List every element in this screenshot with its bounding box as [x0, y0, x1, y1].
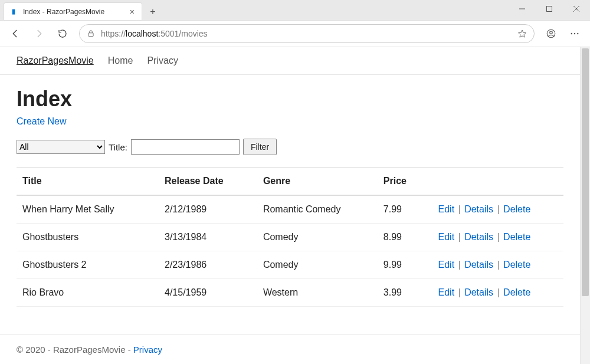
- table-row: Rio Bravo4/15/1959Western3.99Edit | Deta…: [17, 279, 563, 307]
- svg-rect-4: [88, 33, 93, 37]
- cell-price: 3.99: [378, 279, 432, 307]
- cell-actions: Edit | Details | Delete: [432, 195, 564, 224]
- browser-titlebar: ▮ Index - RazorPagesMovie × +: [0, 0, 590, 20]
- cell-title: Ghostbusters 2: [17, 251, 159, 279]
- table-row: Ghostbusters 22/23/1986Comedy9.99Edit | …: [17, 251, 563, 279]
- col-title: Title: [17, 168, 159, 196]
- cell-title: Ghostbusters: [17, 224, 159, 251]
- cell-date: 4/15/1959: [159, 279, 257, 307]
- profile-button[interactable]: [540, 23, 562, 44]
- window-controls: [509, 0, 590, 18]
- url-text: https://localhost:5001/movies: [101, 29, 512, 38]
- create-new-link[interactable]: Create New: [17, 116, 66, 127]
- table-header-row: Title Release Date Genre Price: [17, 168, 563, 196]
- refresh-button[interactable]: [52, 23, 73, 44]
- menu-button[interactable]: [564, 23, 585, 44]
- cell-price: 9.99: [378, 251, 432, 279]
- title-label: Title:: [109, 142, 127, 152]
- site-footer: © 2020 - RazorPagesMovie - Privacy: [0, 335, 580, 364]
- svg-point-9: [577, 33, 578, 34]
- cell-actions: Edit | Details | Delete: [432, 224, 564, 251]
- cell-genre: Romantic Comedy: [257, 195, 378, 224]
- cell-genre: Comedy: [257, 251, 378, 279]
- edit-link[interactable]: Edit: [438, 204, 455, 214]
- forward-button[interactable]: [28, 23, 50, 44]
- col-genre: Genre: [257, 168, 378, 196]
- table-row: When Harry Met Sally2/12/1989Romantic Co…: [17, 195, 563, 224]
- col-actions: [432, 168, 564, 196]
- close-window-button[interactable]: [563, 0, 590, 18]
- cell-date: 2/12/1989: [159, 195, 257, 224]
- details-link[interactable]: Details: [464, 204, 493, 214]
- brand-link[interactable]: RazorPagesMovie: [17, 55, 94, 66]
- close-tab-button[interactable]: ×: [129, 6, 136, 17]
- cell-price: 8.99: [378, 224, 432, 251]
- cell-price: 7.99: [378, 195, 432, 224]
- svg-point-6: [550, 31, 553, 34]
- footer-privacy-link[interactable]: Privacy: [133, 345, 162, 355]
- col-date: Release Date: [159, 168, 257, 196]
- movies-table: Title Release Date Genre Price When Harr…: [17, 167, 563, 307]
- cell-actions: Edit | Details | Delete: [432, 279, 564, 307]
- cell-date: 3/13/1984: [159, 224, 257, 251]
- cell-date: 2/23/1986: [159, 251, 257, 279]
- viewport: RazorPagesMovie Home Privacy Index Creat…: [0, 47, 590, 364]
- cell-genre: Comedy: [257, 224, 378, 251]
- filter-button[interactable]: Filter: [243, 139, 277, 155]
- favorite-icon[interactable]: [517, 29, 527, 38]
- nav-home[interactable]: Home: [108, 55, 133, 66]
- details-link[interactable]: Details: [464, 260, 493, 270]
- delete-link[interactable]: Delete: [503, 232, 530, 242]
- delete-link[interactable]: Delete: [503, 287, 530, 297]
- scrollbar-thumb[interactable]: [582, 48, 589, 296]
- page: RazorPagesMovie Home Privacy Index Creat…: [0, 47, 580, 364]
- tab-title: Index - RazorPagesMovie: [23, 8, 124, 16]
- new-tab-button[interactable]: +: [145, 4, 161, 20]
- edit-link[interactable]: Edit: [438, 260, 455, 270]
- browser-chrome: ▮ Index - RazorPagesMovie × +: [0, 0, 590, 47]
- details-link[interactable]: Details: [464, 232, 493, 242]
- vertical-scrollbar[interactable]: [580, 47, 590, 364]
- cell-title: Rio Bravo: [17, 279, 159, 307]
- svg-rect-1: [547, 6, 552, 12]
- site-header: RazorPagesMovie Home Privacy: [0, 47, 580, 75]
- table-row: Ghostbusters3/13/1984Comedy8.99Edit | De…: [17, 224, 563, 251]
- cell-genre: Western: [257, 279, 378, 307]
- lock-icon: [87, 29, 95, 38]
- col-price: Price: [378, 168, 432, 196]
- maximize-button[interactable]: [536, 0, 563, 18]
- nav-privacy[interactable]: Privacy: [147, 55, 178, 66]
- browser-tab[interactable]: ▮ Index - RazorPagesMovie ×: [4, 2, 142, 20]
- edit-link[interactable]: Edit: [438, 287, 455, 297]
- minimize-button[interactable]: [509, 0, 536, 18]
- delete-link[interactable]: Delete: [503, 260, 530, 270]
- svg-point-8: [574, 33, 575, 34]
- back-button[interactable]: [5, 23, 26, 44]
- edit-link[interactable]: Edit: [438, 232, 455, 242]
- favicon: ▮: [9, 7, 18, 17]
- page-title: Index: [17, 87, 563, 112]
- filter-form: All Title: Filter: [17, 139, 563, 155]
- delete-link[interactable]: Delete: [503, 204, 530, 214]
- svg-point-7: [571, 33, 572, 34]
- cell-title: When Harry Met Sally: [17, 195, 159, 224]
- details-link[interactable]: Details: [464, 287, 493, 297]
- browser-toolbar: https://localhost:5001/movies: [0, 20, 590, 47]
- title-search-input[interactable]: [131, 139, 240, 155]
- main-content: Index Create New All Title: Filter Title…: [0, 75, 580, 335]
- genre-select[interactable]: All: [17, 140, 105, 154]
- footer-copy: © 2020 - RazorPagesMovie -: [17, 345, 133, 355]
- cell-actions: Edit | Details | Delete: [432, 251, 564, 279]
- address-bar[interactable]: https://localhost:5001/movies: [79, 24, 535, 43]
